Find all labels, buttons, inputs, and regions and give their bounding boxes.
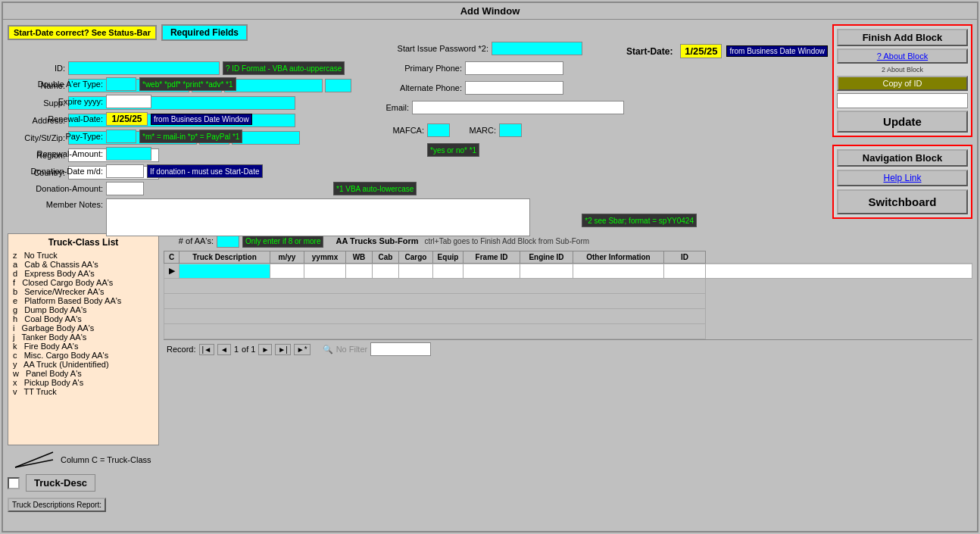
row-nav-indicator: ▶ — [164, 264, 179, 279]
finish-add-button[interactable]: Finish Add Block — [837, 29, 968, 46]
cell-c-input[interactable] — [179, 264, 270, 278]
truck-class-item-h: h Coal Body AA's — [13, 314, 154, 323]
truck-desc-row: Truck-Desc — [8, 474, 159, 492]
truck-class-area: Truck-Class List z No Truck a Cab & Chas… — [8, 233, 159, 512]
hint2: *2 see Sbar; format = spYY0424 — [582, 214, 697, 227]
cell-myy-input[interactable] — [304, 264, 345, 278]
member-notes-textarea[interactable] — [106, 198, 530, 236]
truck-desc-checkbox[interactable] — [8, 477, 20, 489]
cell-id[interactable] — [706, 264, 972, 279]
no-filter-text: No Filter — [336, 345, 368, 354]
marc-input[interactable] — [499, 123, 522, 137]
member-notes-label: Member Notes: — [8, 198, 106, 209]
title-bar: Add Window — [3, 3, 977, 20]
col-frame-id: Frame ID — [463, 251, 520, 264]
switchboard-button[interactable]: Switchboard — [837, 189, 968, 214]
update-button[interactable]: Update — [837, 111, 968, 133]
cell-frame-id[interactable] — [520, 264, 573, 279]
cell-equip-input[interactable] — [463, 264, 520, 278]
pay-type-hint: *m* = mail-in *p* = PayPal *1 — [139, 130, 242, 143]
navigation-block: Navigation Block Help Link Switchboard — [832, 145, 972, 219]
pay-type-input[interactable] — [106, 130, 136, 143]
mafca-input[interactable] — [427, 123, 450, 137]
name-last-input[interactable] — [224, 79, 323, 92]
cell-cargo[interactable] — [433, 264, 463, 279]
truck-class-item-x: x Pickup Body A's — [13, 378, 154, 387]
cell-cargo-input[interactable] — [433, 264, 463, 278]
col-cab: Cab — [373, 251, 399, 264]
copy-id-button[interactable]: Copy of ID — [837, 76, 968, 91]
expire-input[interactable] — [106, 95, 151, 108]
cell-c[interactable] — [179, 264, 270, 279]
cell-other-info-input[interactable] — [664, 264, 705, 278]
about-sub-label: 2 About Block — [837, 66, 968, 73]
start-date-alert: Start-Date correct? See Status-Bar — [8, 25, 157, 40]
cell-wb[interactable] — [373, 264, 399, 279]
truck-class-item-g: g Dump Body AA's — [13, 305, 154, 314]
truck-class-item-k: k Fire Body AA's — [13, 342, 154, 351]
cell-yymmx-input[interactable] — [346, 264, 372, 278]
last-record-button[interactable]: ►| — [275, 344, 291, 355]
cell-equip[interactable] — [463, 264, 520, 279]
double-aer-input[interactable] — [106, 77, 136, 91]
truck-class-title: Truck-Class List — [13, 237, 154, 248]
prev-record-button[interactable]: ◄ — [217, 344, 231, 355]
cell-myy[interactable] — [304, 264, 346, 279]
double-aer-hint: *web* *pdf* *print* *adv* *1 — [139, 77, 236, 91]
cell-id-input[interactable] — [706, 264, 972, 278]
alternate-phone-label: Alternate Phone: — [374, 83, 465, 92]
col-engine-id: Engine ID — [520, 251, 573, 264]
start-issue-input[interactable] — [492, 42, 582, 55]
subform-table: C Truck Description m/yy yymmx WB Cab Ca… — [164, 251, 972, 339]
cell-wb-input[interactable] — [373, 264, 398, 278]
renewal-date-value: 1/25/25 — [106, 112, 148, 126]
start-issue-label: Start Issue Password *2: — [374, 44, 492, 53]
col-wb: WB — [346, 251, 373, 264]
cell-other-info[interactable] — [664, 264, 706, 279]
first-record-button[interactable]: |◄ — [199, 344, 215, 355]
cell-frame-id-input[interactable] — [520, 264, 573, 278]
col-id: ID — [664, 251, 706, 264]
alternate-phone-input[interactable] — [465, 81, 563, 95]
primary-phone-input[interactable] — [465, 61, 563, 75]
id-input[interactable] — [68, 61, 220, 75]
column-indicator-arrow — [8, 448, 61, 471]
truck-descriptions-report-button[interactable]: Truck Descriptions Report: — [8, 498, 106, 512]
truck-class-list: Truck-Class List z No Truck a Cab & Chas… — [8, 233, 159, 445]
svg-line-0 — [15, 452, 53, 467]
cell-engine-id[interactable] — [573, 264, 664, 279]
about-button[interactable]: ? About Block — [837, 48, 968, 64]
col-equip: Equip — [433, 251, 463, 264]
cell-truck-desc-input[interactable] — [270, 264, 304, 278]
help-link-button[interactable]: Help Link — [837, 170, 968, 186]
truck-class-item-d: d Express Body AA's — [13, 269, 154, 278]
table-row-empty-1 — [164, 279, 972, 294]
cell-cab[interactable] — [399, 264, 433, 279]
donation-date-input[interactable] — [106, 164, 144, 178]
donation-date-hint: If donation - must use Start-Date — [147, 164, 263, 178]
start-date-label: Start-Date: — [626, 46, 673, 57]
right-panel: Finish Add Block ? About Block 2 About B… — [832, 24, 972, 241]
mafca-label: MAFCA: — [374, 126, 427, 135]
search-input[interactable] — [370, 342, 431, 356]
nav-block-button[interactable]: Navigation Block — [837, 149, 968, 167]
main-window: Add Window Start-Date correct? See Statu… — [2, 2, 978, 532]
table-row: ▶ — [164, 264, 972, 279]
table-row-empty-2 — [164, 294, 972, 309]
donation-amount-input[interactable] — [106, 182, 144, 195]
cell-yymmx[interactable] — [346, 264, 373, 279]
new-record-button[interactable]: ►* — [294, 344, 311, 355]
table-row-empty-4 — [164, 324, 972, 339]
from-biz-hint: from Business Date Window — [726, 45, 828, 57]
yes-or-no-hint: *yes or no* *1 — [427, 143, 479, 157]
cell-truck-desc[interactable] — [270, 264, 304, 279]
next-record-button[interactable]: ► — [258, 344, 272, 355]
renewal-amount-input[interactable] — [106, 147, 151, 161]
copy-id-input[interactable] — [837, 93, 968, 108]
cell-cab-input[interactable] — [399, 264, 432, 278]
cell-engine-id-input[interactable] — [573, 264, 663, 278]
email-input[interactable] — [412, 101, 624, 114]
hint1: *1 VBA auto-lowercase — [333, 182, 417, 195]
name-suffix-input[interactable] — [325, 79, 351, 92]
subform-area: # of AA's: Only enter if 8 or more AA Tr… — [164, 233, 972, 512]
